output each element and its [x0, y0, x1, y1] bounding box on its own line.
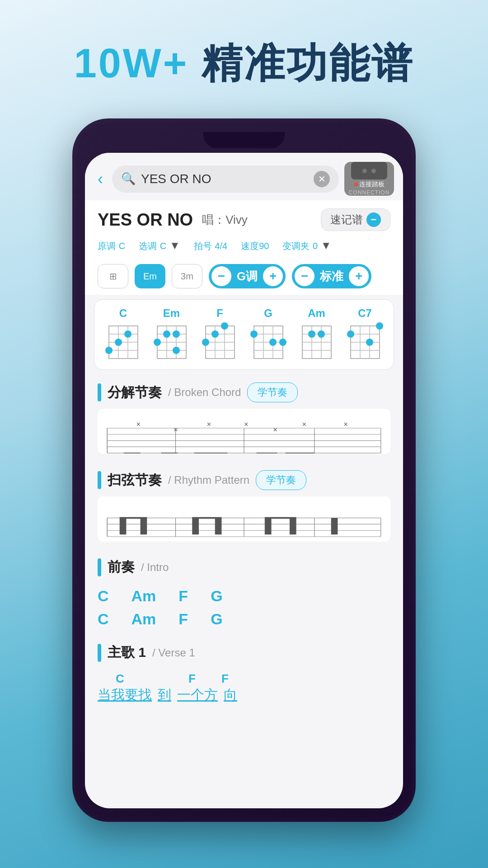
svg-text:×: ×: [343, 420, 348, 428]
lyric-group-3: F 一个方: [177, 672, 218, 704]
quick-memo-badge: −: [366, 212, 381, 227]
chord-c7[interactable]: C7: [347, 307, 383, 362]
broken-chord-title: 分解节奏: [108, 383, 162, 402]
song-details: 原调 C 选调 C ▼ 拍号 4/4 速度90 变调夹 0 ▼: [85, 236, 403, 259]
lyric-chord-empty: [155, 672, 174, 686]
chord-am-diagram: [299, 322, 335, 362]
verse1-title: 主歌 1: [108, 643, 146, 662]
song-title: YES OR NO: [98, 210, 193, 230]
svg-point-17: [154, 339, 161, 346]
capo[interactable]: 变调夹 0 ▼: [282, 239, 331, 252]
rhythm-pattern-area: [85, 494, 403, 550]
chord-em[interactable]: Em: [154, 307, 190, 362]
section-bar-intro: [98, 558, 101, 576]
verse1-header: 主歌 1 / Verse 1: [85, 635, 403, 665]
svg-point-53: [366, 339, 373, 346]
chord-am[interactable]: Am: [299, 307, 335, 362]
svg-text:×: ×: [136, 420, 141, 428]
svg-point-44: [318, 330, 325, 338]
lyric-chord-f1[interactable]: F: [188, 672, 206, 686]
chord-area: C Em: [94, 299, 394, 370]
intro-chord-c1[interactable]: C: [98, 587, 109, 605]
intro-chord-f1[interactable]: F: [178, 587, 188, 605]
chord-g-diagram: [250, 322, 286, 362]
quick-memo-button[interactable]: 速记谱 −: [321, 208, 390, 231]
phone-screen: ‹ 🔍 YES OR NO ✕ 连接踏板 CONNECTION: [85, 153, 403, 808]
lyric-text-3: 一个方: [177, 686, 218, 704]
search-input-value[interactable]: YES OR NO: [141, 172, 308, 186]
intro-subtitle: / Intro: [141, 561, 169, 574]
svg-rect-90: [290, 518, 296, 535]
svg-point-43: [308, 330, 315, 338]
tuning2-label: 标准: [318, 269, 345, 284]
intro-chord-am2[interactable]: Am: [131, 610, 156, 628]
measure-button[interactable]: 3m: [172, 264, 202, 288]
lyric-chord-f2[interactable]: F: [221, 672, 239, 686]
intro-chord-g1[interactable]: G: [211, 587, 222, 605]
svg-text:×: ×: [273, 425, 277, 434]
svg-point-51: [347, 330, 354, 338]
search-icon: 🔍: [121, 172, 136, 186]
broken-chord-staff: × × × × × × ×: [98, 409, 390, 454]
tempo: 速度90: [241, 239, 269, 252]
svg-text:×: ×: [244, 420, 249, 428]
lyric-text-4: 向: [224, 686, 237, 704]
intro-chord-c2[interactable]: C: [98, 610, 109, 628]
intro-chord-g2[interactable]: G: [211, 610, 222, 628]
svg-rect-86: [141, 518, 147, 535]
selected-key[interactable]: 选调 C ▼: [139, 239, 180, 252]
svg-rect-91: [331, 518, 338, 535]
svg-rect-89: [265, 518, 272, 535]
intro-chord-f2[interactable]: F: [178, 610, 188, 628]
intro-row-1: C Am F G: [98, 585, 390, 608]
rhythm-pattern-staff: [98, 496, 390, 542]
device-label: 连接踏板: [354, 180, 385, 189]
chord-f[interactable]: F: [202, 307, 238, 362]
svg-point-35: [269, 339, 277, 346]
back-button[interactable]: ‹: [94, 170, 107, 189]
lyric-text-2: 到: [158, 686, 171, 704]
rhythm-pattern-header: 扫弦节奏 / Rhythm Pattern 学节奏: [85, 462, 403, 494]
svg-rect-88: [215, 518, 222, 535]
phone-notch: [203, 132, 285, 148]
rhythm-pattern-title: 扫弦节奏: [108, 471, 162, 490]
lyric-group-1: C 当我要找: [98, 672, 152, 704]
controls-row: ⊞ Em 3m − G调 + − 标准 +: [85, 259, 403, 295]
intro-title: 前奏: [108, 558, 135, 576]
rhythm-pattern-subtitle: / Rhythm Pattern: [168, 474, 249, 486]
tuning1-plus-button[interactable]: +: [263, 266, 283, 286]
tuning2-plus-button[interactable]: +: [349, 266, 369, 286]
tuning2-minus-button[interactable]: −: [295, 266, 314, 286]
red-dot-icon: [354, 183, 358, 186]
svg-text:×: ×: [206, 420, 211, 428]
learn-broken-chord-button[interactable]: 学节奏: [247, 382, 298, 402]
verse1-subtitle: / Verse 1: [152, 646, 195, 659]
intro-chord-am1[interactable]: Am: [131, 587, 156, 605]
section-bar-verse1: [98, 644, 101, 662]
grid-view-button[interactable]: ⊞: [98, 264, 128, 288]
device-connect-button[interactable]: 连接踏板 CONNECTION: [344, 162, 394, 196]
learn-rhythm-button[interactable]: 学节奏: [256, 470, 306, 490]
rhythm-svg: [103, 504, 385, 549]
device-dot-2: [371, 169, 376, 173]
svg-point-36: [279, 339, 286, 346]
chord-g[interactable]: G: [250, 307, 286, 362]
lyric-chord-c[interactable]: C: [116, 672, 134, 686]
svg-point-26: [211, 330, 219, 338]
chord-em-diagram: [154, 322, 190, 362]
lyric-group-4: F 向: [221, 672, 239, 704]
tuning1-minus-button[interactable]: −: [211, 266, 231, 286]
svg-point-25: [221, 322, 228, 330]
search-clear-button[interactable]: ✕: [314, 171, 330, 187]
svg-point-27: [202, 339, 209, 346]
svg-point-8: [105, 347, 113, 354]
section-bar-broken: [98, 383, 101, 401]
search-bar[interactable]: 🔍 YES OR NO ✕: [112, 165, 339, 193]
phone-frame: ‹ 🔍 YES OR NO ✕ 连接踏板 CONNECTION: [72, 118, 416, 822]
title-accent: 10W+: [74, 41, 189, 86]
song-title-row: YES OR NO 唱：Vivy: [98, 210, 248, 230]
section-bar-rhythm: [98, 471, 101, 489]
em-chord-button[interactable]: Em: [135, 264, 165, 288]
svg-point-15: [163, 330, 170, 338]
chord-c[interactable]: C: [105, 307, 141, 362]
